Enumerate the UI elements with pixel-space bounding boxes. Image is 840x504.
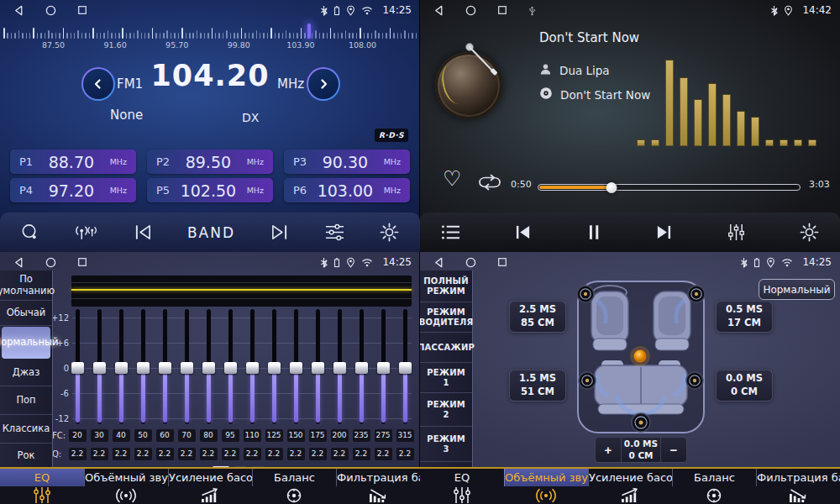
surround-mode-5[interactable]: РЕЖИМ 2	[420, 393, 472, 427]
previous-station-icon[interactable]	[133, 223, 154, 241]
eq-band-knob[interactable]	[224, 362, 237, 374]
radio-preset-p6[interactable]: P6103.00MHz	[284, 178, 410, 202]
fc-value[interactable]: 20	[69, 429, 87, 442]
delay-front-right[interactable]: 0.5 MS 17 CM	[716, 301, 773, 333]
tab-фильтрация-ба[interactable]: Фильтрация ба…	[756, 469, 840, 504]
repeat-icon[interactable]	[477, 173, 502, 195]
delay-minus-button[interactable]: −	[661, 438, 686, 462]
eq-preset-4[interactable]: Джаз	[0, 360, 52, 386]
q-value[interactable]: 2.2	[222, 448, 239, 460]
eq-band-knob[interactable]	[246, 362, 259, 374]
eq-band-knob[interactable]	[137, 362, 150, 374]
broadcast-icon[interactable]	[73, 223, 98, 242]
sound-profile-button[interactable]: Нормальный	[759, 279, 835, 300]
eq-band-knob[interactable]	[93, 362, 106, 374]
previous-track-icon[interactable]	[513, 224, 533, 240]
back-icon[interactable]	[13, 5, 24, 16]
fc-value[interactable]: 40	[113, 429, 130, 442]
fc-value[interactable]: 315	[396, 429, 414, 442]
eq-band-knob[interactable]	[202, 362, 215, 374]
tab-фильтрация-ба[interactable]: Фильтрация ба…	[336, 469, 420, 504]
q-value[interactable]: 2.2	[331, 448, 349, 460]
fc-value[interactable]: 200	[331, 429, 349, 442]
q-value[interactable]: 2.2	[178, 448, 196, 460]
fc-value[interactable]: 95	[222, 429, 239, 442]
fc-value[interactable]: 175	[309, 429, 327, 442]
next-track-icon[interactable]	[654, 224, 674, 240]
tab-объёмный-звук[interactable]: Объёмный звук	[504, 469, 588, 504]
radio-preset-p2[interactable]: P289.50MHz	[147, 150, 273, 174]
q-value[interactable]: 2.2	[244, 448, 261, 460]
eq-band-knob[interactable]	[312, 362, 324, 374]
tab-объёмный-звук[interactable]: Объёмный звук	[84, 469, 168, 504]
eq-preset-2[interactable]: Обычай	[0, 301, 52, 326]
surround-mode-6[interactable]: РЕЖИМ 3	[420, 427, 472, 462]
tab-усиление-басов[interactable]: Усиление басов	[588, 469, 672, 504]
q-value[interactable]: 2.2	[396, 448, 414, 460]
q-value[interactable]: 2.2	[265, 448, 283, 460]
eq-band-knob[interactable]	[333, 362, 346, 374]
eq-preset-1[interactable]: По умолчанию	[0, 270, 52, 301]
radio-preset-p3[interactable]: P390.30MHz	[284, 150, 410, 174]
eq-band-knob[interactable]	[159, 362, 171, 374]
tune-down-button[interactable]	[81, 67, 115, 101]
back-icon[interactable]	[433, 5, 444, 16]
surround-mode-3[interactable]: ПАССАЖИР	[420, 333, 472, 363]
playlist-icon[interactable]	[440, 223, 461, 241]
delay-rear-left[interactable]: 1.5 MS 51 CM	[509, 370, 566, 402]
eq-preset-6[interactable]: Классика	[0, 415, 52, 444]
scan-icon[interactable]	[20, 223, 39, 242]
eq-band-knob[interactable]	[290, 362, 302, 374]
q-value[interactable]: 2.2	[200, 448, 218, 460]
pause-icon[interactable]	[585, 223, 603, 241]
recents-icon[interactable]	[497, 5, 507, 15]
eq-band-knob[interactable]	[377, 362, 390, 374]
surround-mode-4[interactable]: РЕЖИМ 1	[420, 363, 472, 393]
eq-band-knob[interactable]	[355, 362, 368, 374]
home-icon[interactable]	[45, 257, 56, 268]
tab-баланс[interactable]: Баланс	[672, 469, 756, 504]
fc-value[interactable]: 80	[200, 429, 218, 442]
fc-value[interactable]: 70	[178, 429, 196, 442]
eq-preset-5[interactable]: Поп	[0, 386, 52, 415]
tab-усиление-басов[interactable]: Усиление басов	[168, 469, 252, 504]
back-icon[interactable]	[13, 257, 24, 268]
recents-icon[interactable]	[77, 5, 87, 15]
fc-value[interactable]: 30	[91, 429, 108, 442]
fc-value[interactable]: 60	[156, 429, 174, 442]
surround-mode-1[interactable]: ПОЛНЫЙ РЕЖИМ	[420, 270, 472, 302]
delay-front-left[interactable]: 2.5 MS 85 CM	[509, 301, 566, 333]
home-icon[interactable]	[465, 257, 476, 268]
q-value[interactable]: 2.2	[375, 448, 392, 460]
home-icon[interactable]	[465, 5, 476, 16]
eq-preset-3[interactable]: Нормальный	[2, 327, 50, 359]
tab-баланс[interactable]: Баланс	[252, 469, 336, 504]
q-value[interactable]: 2.2	[156, 448, 174, 460]
progress-bar[interactable]	[538, 184, 801, 191]
fc-value[interactable]: 110	[244, 429, 261, 442]
tab-eq[interactable]: EQ	[0, 469, 84, 504]
eq-band-knob[interactable]	[268, 362, 281, 374]
eq-band-knob[interactable]	[181, 362, 193, 374]
eq-preset-7[interactable]: Рок	[0, 444, 52, 469]
q-value[interactable]: 2.2	[69, 448, 87, 460]
surround-mode-2[interactable]: РЕЖИМ ВОДИТЕЛЯ	[420, 302, 472, 333]
fc-value[interactable]: 125	[265, 429, 283, 442]
radio-preset-p1[interactable]: P188.70MHz	[10, 150, 136, 174]
fc-value[interactable]: 150	[287, 429, 305, 442]
recents-icon[interactable]	[497, 257, 507, 267]
equalizer-icon[interactable]	[726, 223, 747, 242]
recents-icon[interactable]	[77, 257, 87, 267]
fc-value[interactable]: 50	[134, 429, 152, 442]
next-station-icon[interactable]	[269, 223, 290, 241]
fc-value[interactable]: 235	[353, 429, 370, 442]
radio-preset-p4[interactable]: P497.20MHz	[10, 178, 136, 202]
back-icon[interactable]	[433, 257, 444, 268]
q-value[interactable]: 2.2	[91, 448, 108, 460]
q-value[interactable]: 2.2	[134, 448, 152, 460]
home-icon[interactable]	[45, 5, 56, 16]
delay-plus-button[interactable]: +	[596, 438, 621, 462]
eq-band-knob[interactable]	[71, 362, 84, 374]
band-button[interactable]: BAND	[187, 224, 235, 241]
eq-band-knob[interactable]	[115, 362, 128, 374]
